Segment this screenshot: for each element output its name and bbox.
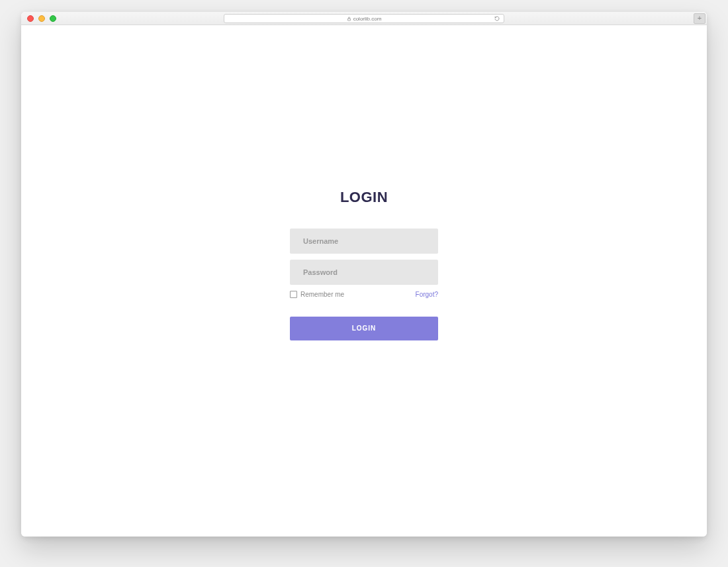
remember-me-label: Remember me (300, 291, 344, 298)
fullscreen-window-button[interactable] (50, 15, 56, 22)
login-title: LOGIN (290, 189, 438, 206)
minimize-window-button[interactable] (38, 15, 45, 22)
plus-icon: + (698, 15, 702, 22)
browser-window: colorlib.com + LOGIN (21, 12, 707, 537)
login-form: LOGIN Remember me Forgot? LOGIN (290, 189, 438, 340)
address-bar-url: colorlib.com (353, 16, 382, 22)
checkbox-icon (290, 291, 297, 298)
login-submit-button[interactable]: LOGIN (290, 317, 438, 340)
browser-titlebar: colorlib.com + (21, 12, 707, 25)
form-options-row: Remember me Forgot? (290, 291, 438, 298)
username-input[interactable] (290, 229, 438, 254)
forgot-password-link[interactable]: Forgot? (416, 291, 438, 298)
page-content: LOGIN Remember me Forgot? LOGIN (21, 25, 707, 537)
reload-icon[interactable] (494, 16, 500, 21)
lock-icon (347, 17, 351, 21)
svg-rect-0 (347, 19, 350, 21)
address-bar[interactable]: colorlib.com (224, 14, 504, 23)
close-window-button[interactable] (27, 15, 34, 22)
window-controls (21, 15, 56, 22)
password-input[interactable] (290, 260, 438, 285)
new-tab-button[interactable]: + (694, 13, 705, 24)
remember-me-checkbox[interactable]: Remember me (290, 291, 344, 298)
